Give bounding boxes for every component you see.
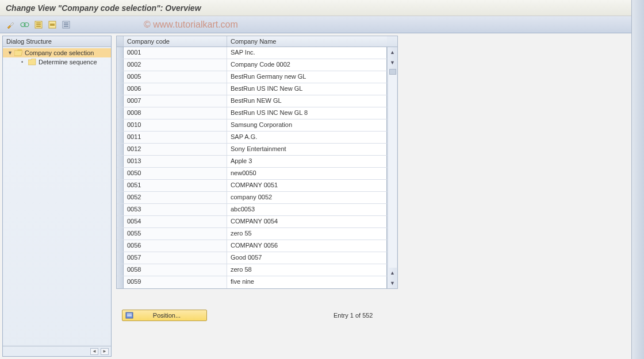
row-selector[interactable] <box>117 252 124 264</box>
row-selector[interactable] <box>117 95 124 107</box>
row-selector[interactable] <box>117 59 124 71</box>
table-row[interactable]: 0057Good 0057 <box>117 252 387 264</box>
table-row[interactable]: 0011SAP A.G. <box>117 132 387 144</box>
cell-company-name[interactable]: new0050 <box>227 168 387 179</box>
row-selector[interactable] <box>117 47 124 59</box>
cell-company-name[interactable]: Apple 3 <box>227 156 387 167</box>
row-selector[interactable] <box>117 107 124 119</box>
cell-company-name[interactable]: BestRun NEW GL <box>227 95 387 107</box>
row-selector[interactable] <box>117 144 124 155</box>
table-row[interactable]: 0012Sony Entertainment <box>117 144 387 156</box>
other-view-button[interactable] <box>18 19 31 30</box>
column-header-company-name[interactable]: Company Name <box>227 36 387 47</box>
cell-company-code[interactable]: 0055 <box>124 228 227 240</box>
scroll-down-button[interactable]: ▼ <box>388 279 397 288</box>
cell-company-name[interactable]: BestRun US INC New GL <box>227 83 387 95</box>
cell-company-code[interactable]: 0058 <box>124 264 227 276</box>
cell-company-name[interactable]: Sony Entertainment <box>227 144 387 155</box>
table-row[interactable]: 0010Samsung Corporation <box>117 119 387 132</box>
row-selector[interactable] <box>117 204 124 215</box>
table-row[interactable]: 0008BestRun US INC New GL 8 <box>117 107 387 119</box>
cell-company-code[interactable]: 0008 <box>124 107 227 119</box>
cell-company-name[interactable]: company 0052 <box>227 192 387 203</box>
scroll-up-step-button[interactable]: ▲ <box>388 268 397 277</box>
table-row[interactable]: 0050new0050 <box>117 168 387 180</box>
cell-company-code[interactable]: 0005 <box>124 71 227 83</box>
table-row[interactable]: 0007BestRun NEW GL <box>117 95 387 107</box>
row-selector[interactable] <box>117 168 124 179</box>
row-selector[interactable] <box>117 83 124 95</box>
cell-company-code[interactable]: 0057 <box>124 252 227 264</box>
row-selector[interactable] <box>117 71 124 83</box>
cell-company-code[interactable]: 0002 <box>124 59 227 71</box>
row-selector[interactable] <box>117 132 124 143</box>
cell-company-code[interactable]: 0050 <box>124 168 227 179</box>
deselect-all-button[interactable] <box>60 19 72 30</box>
cell-company-name[interactable]: zero 55 <box>227 228 387 240</box>
tree-expand-icon[interactable]: ▼ <box>7 50 12 56</box>
scroll-left-button[interactable]: ◄ <box>90 348 98 355</box>
table-row[interactable]: 0056COMPANY 0056 <box>117 240 387 252</box>
scrollbar-thumb[interactable] <box>389 69 396 75</box>
cell-company-code[interactable]: 0059 <box>124 276 227 288</box>
cell-company-name[interactable]: zero 58 <box>227 264 387 276</box>
select-all-button[interactable] <box>32 19 45 30</box>
row-selector[interactable] <box>117 228 124 240</box>
cell-company-code[interactable]: 0001 <box>124 47 227 59</box>
cell-company-name[interactable]: abc0053 <box>227 204 387 215</box>
cell-company-code[interactable]: 0006 <box>124 83 227 95</box>
cell-company-code[interactable]: 0010 <box>124 119 227 131</box>
row-selector[interactable] <box>117 240 124 252</box>
row-selector[interactable] <box>117 156 124 167</box>
cell-company-name[interactable]: SAP A.G. <box>227 132 387 143</box>
cell-company-name[interactable]: BestRun US INC New GL 8 <box>227 107 387 119</box>
vertical-scrollbar[interactable]: ▲ ▼ ▲ ▼ <box>387 47 397 288</box>
cell-company-code[interactable]: 0012 <box>124 144 227 155</box>
tree-item-company-code-selection[interactable]: ▼ Company code selection <box>3 48 111 57</box>
cell-company-code[interactable]: 0051 <box>124 180 227 191</box>
select-block-button[interactable] <box>46 19 59 30</box>
table-row[interactable]: 0059five nine <box>117 276 387 288</box>
scroll-up-button[interactable]: ▲ <box>388 48 397 57</box>
table-row[interactable]: 0058zero 58 <box>117 264 387 276</box>
table-row[interactable]: 0054COMPANY 0054 <box>117 216 387 228</box>
scroll-down-step-button[interactable]: ▼ <box>388 58 397 67</box>
cell-company-code[interactable]: 0052 <box>124 192 227 203</box>
row-selector[interactable] <box>117 192 124 203</box>
table-row[interactable]: 0001SAP Inc. <box>117 47 387 59</box>
cell-company-code[interactable]: 0013 <box>124 156 227 167</box>
column-header-company-code[interactable]: Company code <box>124 36 227 47</box>
table-row[interactable]: 0005BestRun Germany new GL <box>117 71 387 83</box>
cell-company-code[interactable]: 0007 <box>124 95 227 107</box>
cell-company-name[interactable]: SAP Inc. <box>227 47 387 59</box>
row-selector[interactable] <box>117 216 124 227</box>
row-selector[interactable] <box>117 180 124 191</box>
cell-company-code[interactable]: 0056 <box>124 240 227 252</box>
position-button[interactable]: Position... <box>122 310 207 321</box>
cell-company-name[interactable]: Samsung Corporation <box>227 119 387 131</box>
cell-company-name[interactable]: COMPANY 0056 <box>227 240 387 252</box>
tree-item-determine-sequence[interactable]: • Determine sequence <box>3 57 111 67</box>
cell-company-code[interactable]: 0053 <box>124 204 227 215</box>
cell-company-code[interactable]: 0054 <box>124 216 227 227</box>
cell-company-name[interactable]: five nine <box>227 276 387 288</box>
table-row[interactable]: 0053abc0053 <box>117 204 387 216</box>
row-selector[interactable] <box>117 119 124 131</box>
row-selector[interactable] <box>117 276 124 288</box>
cell-company-code[interactable]: 0011 <box>124 132 227 143</box>
scroll-right-button[interactable]: ► <box>101 348 109 355</box>
toggle-display-change-button[interactable] <box>5 19 17 30</box>
table-row[interactable]: 0002Company Code 0002 <box>117 59 387 71</box>
table-row[interactable]: 0013Apple 3 <box>117 156 387 168</box>
cell-company-name[interactable]: COMPANY 0054 <box>227 216 387 227</box>
scrollbar-track[interactable] <box>389 75 397 268</box>
table-row[interactable]: 0052company 0052 <box>117 192 387 204</box>
table-row[interactable]: 0051COMPANY 0051 <box>117 180 387 192</box>
cell-company-name[interactable]: COMPANY 0051 <box>227 180 387 191</box>
cell-company-name[interactable]: Good 0057 <box>227 252 387 264</box>
table-row[interactable]: 0006BestRun US INC New GL <box>117 83 387 95</box>
cell-company-name[interactable]: Company Code 0002 <box>227 59 387 71</box>
cell-company-name[interactable]: BestRun Germany new GL <box>227 71 387 83</box>
table-row[interactable]: 0055zero 55 <box>117 228 387 240</box>
table-select-column-header[interactable] <box>117 36 124 47</box>
